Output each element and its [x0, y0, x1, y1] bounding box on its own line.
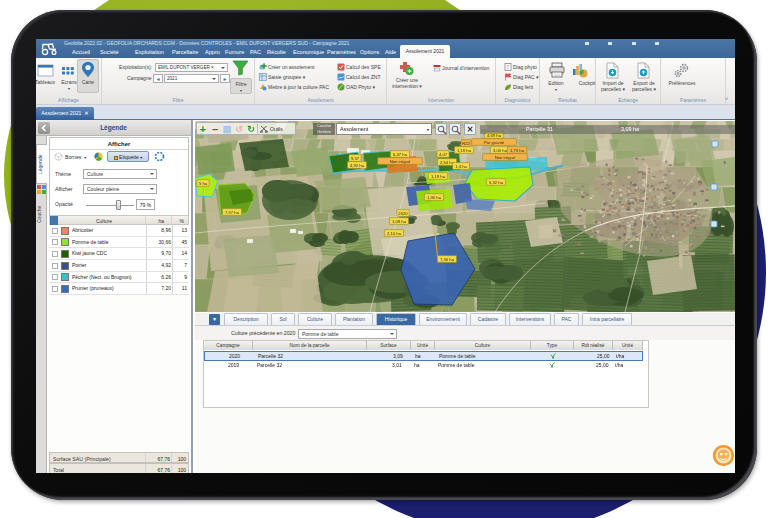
svg-text:1,73 ha: 1,73 ha [510, 148, 525, 153]
svg-text:1,90 ha: 1,90 ha [427, 195, 442, 200]
svg-text:Par gravité: Par gravité [484, 140, 505, 145]
svg-text:5 ha: 5 ha [199, 181, 208, 186]
svg-text:Non irrigué: Non irrigué [390, 159, 411, 164]
svg-text:1,19 ha: 1,19 ha [431, 174, 446, 179]
svg-text:R22: R22 [462, 141, 470, 146]
svg-text:3,00 ha: 3,00 ha [493, 148, 508, 153]
svg-text:9,37: 9,37 [351, 156, 360, 161]
svg-text:5,32 ha: 5,32 ha [489, 180, 504, 185]
svg-text:Non irrigué: Non irrigué [495, 155, 516, 160]
svg-text:6,37 ha: 6,37 ha [393, 152, 408, 157]
svg-text:4,07: 4,07 [439, 152, 448, 157]
svg-text:4,92 ha: 4,92 ha [350, 163, 365, 168]
svg-text:2,10 ha: 2,10 ha [387, 231, 402, 236]
svg-text:7,57 ha: 7,57 ha [225, 210, 240, 215]
svg-text:7,30 ha: 7,30 ha [440, 257, 455, 262]
svg-text:2020: 2020 [398, 211, 408, 216]
svg-text:1,19 ha: 1,19 ha [457, 148, 472, 153]
svg-text:1,09 ha: 1,09 ha [392, 219, 407, 224]
svg-text:1,3 ha: 1,3 ha [455, 164, 467, 169]
